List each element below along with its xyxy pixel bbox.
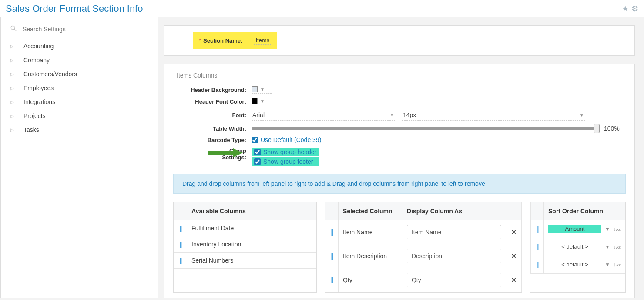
sort-direction-icon[interactable]: ↓AZ bbox=[614, 262, 621, 268]
table-width-value: 100% bbox=[604, 125, 626, 132]
slider-thumb[interactable] bbox=[594, 124, 600, 133]
search-icon bbox=[10, 25, 17, 33]
drag-handle-icon[interactable]: || bbox=[537, 226, 538, 233]
show-group-footer-checkbox[interactable] bbox=[254, 158, 261, 165]
font-family-value: Arial bbox=[252, 111, 265, 118]
sort-direction-icon[interactable]: ↓AZ bbox=[614, 226, 621, 232]
display-as-input[interactable] bbox=[407, 249, 501, 263]
sidebar-item-company[interactable]: ▷Company bbox=[9, 53, 150, 67]
available-column-name: Fulfillment Date bbox=[187, 220, 316, 236]
drag-handle-icon[interactable]: || bbox=[180, 257, 181, 264]
header-font-color-picker[interactable]: ▼ bbox=[252, 98, 272, 105]
chevron-right-icon: ▷ bbox=[10, 128, 15, 132]
header-bg-picker[interactable]: ▼ bbox=[252, 86, 272, 94]
selected-column-row: ||Item Description✕ bbox=[325, 244, 522, 268]
chevron-right-icon: ▷ bbox=[10, 114, 15, 118]
sidebar-item-integrations[interactable]: ▷Integrations bbox=[9, 95, 150, 109]
show-group-header-checkbox[interactable] bbox=[254, 149, 261, 155]
sort-column-select[interactable]: < default > bbox=[548, 260, 601, 269]
svg-rect-4 bbox=[208, 151, 234, 155]
display-column-header: Display Column As bbox=[402, 202, 506, 220]
chevron-right-icon: ▷ bbox=[10, 72, 15, 77]
section-name-panel: * Section Name: Items bbox=[164, 25, 635, 56]
selected-column-name: Item Name bbox=[339, 220, 402, 244]
sort-order-header: Sort Order Column bbox=[544, 202, 625, 220]
section-name-label: Section Name: bbox=[203, 37, 242, 44]
sidebar-item-employees[interactable]: ▷Employees bbox=[9, 81, 150, 95]
chevron-down-icon: ▼ bbox=[390, 113, 394, 118]
selected-column-row: ||Item Name✕ bbox=[325, 220, 522, 244]
font-label: Font: bbox=[173, 112, 252, 118]
font-family-select[interactable]: Arial ▼ bbox=[252, 110, 395, 121]
sidebar-item-label: Tasks bbox=[23, 126, 39, 133]
header-font-color-label: Header Font Color: bbox=[173, 98, 252, 105]
drag-handle-icon[interactable]: || bbox=[331, 276, 333, 283]
selected-column-name: Qty bbox=[339, 268, 402, 292]
chevron-down-icon[interactable]: ▼ bbox=[605, 262, 610, 268]
display-as-input[interactable] bbox=[407, 273, 501, 287]
chevron-right-icon: ▷ bbox=[10, 58, 15, 63]
star-icon[interactable]: ★ bbox=[622, 4, 629, 13]
sort-order-panel: Sort Order Column ||Amount▼↓AZ||< defaul… bbox=[530, 202, 626, 293]
available-columns-header: Available Columns bbox=[187, 202, 316, 220]
sidebar: ▷Accounting▷Company▷Customers/Vendors▷Em… bbox=[0, 17, 158, 298]
gear-icon[interactable]: ⚙ bbox=[631, 4, 638, 13]
svg-marker-3 bbox=[233, 148, 243, 157]
barcode-default-label: Use Default (Code 39) bbox=[261, 136, 321, 143]
chevron-down-icon[interactable]: ▼ bbox=[605, 244, 610, 250]
sidebar-item-customers-vendors[interactable]: ▷Customers/Vendors bbox=[9, 67, 150, 81]
sidebar-item-tasks[interactable]: ▷Tasks bbox=[9, 123, 150, 137]
sort-order-row: ||< default >▼↓AZ bbox=[531, 256, 625, 274]
remove-column-button[interactable]: ✕ bbox=[506, 244, 522, 268]
available-column-row[interactable]: ||Fulfillment Date bbox=[174, 220, 316, 236]
barcode-default-checkbox[interactable] bbox=[252, 137, 258, 143]
table-width-slider[interactable] bbox=[252, 127, 598, 130]
sort-order-row: ||Amount▼↓AZ bbox=[531, 220, 625, 238]
drag-drop-info: Drag and drop columns from left panel to… bbox=[173, 174, 626, 194]
sort-order-row: ||< default >▼↓AZ bbox=[531, 238, 625, 256]
drag-handle-icon[interactable]: || bbox=[537, 261, 538, 268]
selected-column-name: Item Description bbox=[339, 244, 402, 268]
remove-column-button[interactable]: ✕ bbox=[506, 268, 522, 292]
section-name-input[interactable]: Items bbox=[254, 36, 271, 45]
drag-handle-icon[interactable]: || bbox=[331, 229, 333, 236]
callout-arrow-icon bbox=[208, 148, 243, 158]
selected-column-row: ||Qty✕ bbox=[325, 268, 522, 292]
chevron-down-icon[interactable]: ▼ bbox=[605, 226, 610, 232]
sidebar-item-label: Employees bbox=[23, 84, 54, 91]
selected-columns-panel: Selected Column Display Column As ||Item… bbox=[325, 202, 522, 293]
sort-direction-icon[interactable]: ↓AZ bbox=[614, 244, 621, 250]
header-bg-swatch bbox=[252, 86, 258, 92]
drag-handle-icon[interactable]: || bbox=[180, 241, 181, 248]
header-bg-label: Header Background: bbox=[173, 87, 252, 93]
sidebar-item-label: Accounting bbox=[23, 43, 54, 50]
sidebar-item-label: Customers/Vendors bbox=[23, 71, 77, 78]
sidebar-item-accounting[interactable]: ▷Accounting bbox=[9, 39, 150, 53]
available-column-name: Inventory Location bbox=[187, 236, 316, 253]
available-column-row[interactable]: ||Inventory Location bbox=[174, 236, 316, 253]
font-size-select[interactable]: 14px ▼ bbox=[402, 110, 585, 121]
remove-column-button[interactable]: ✕ bbox=[506, 220, 522, 244]
barcode-type-label: Barcode Type: bbox=[173, 137, 252, 143]
available-column-row[interactable]: ||Serial Numbers bbox=[174, 253, 316, 269]
show-group-footer-label: Show group footer bbox=[263, 158, 313, 165]
chevron-right-icon: ▷ bbox=[10, 44, 15, 49]
drag-handle-icon[interactable]: || bbox=[331, 253, 333, 260]
page-header: Sales Order Format Section Info ★ ⚙ bbox=[0, 0, 644, 17]
sort-column-select[interactable]: Amount bbox=[548, 225, 601, 233]
available-column-name: Serial Numbers bbox=[187, 253, 316, 269]
display-as-input[interactable] bbox=[407, 225, 501, 239]
page-title: Sales Order Format Section Info bbox=[6, 3, 143, 14]
available-columns-panel: Available Columns ||Fulfillment Date||In… bbox=[173, 202, 317, 293]
sidebar-item-label: Company bbox=[23, 57, 50, 64]
chevron-down-icon: ▼ bbox=[260, 99, 265, 104]
chevron-right-icon: ▷ bbox=[10, 86, 15, 91]
table-width-label: Table Width: bbox=[173, 125, 252, 132]
sort-column-select[interactable]: < default > bbox=[548, 243, 601, 251]
drag-handle-icon[interactable]: || bbox=[180, 225, 181, 232]
sidebar-item-projects[interactable]: ▷Projects bbox=[9, 109, 150, 123]
sidebar-item-label: Projects bbox=[23, 112, 46, 119]
drag-handle-icon[interactable]: || bbox=[537, 243, 538, 250]
items-columns-fieldset: Header Background: ▼ Header Font Color: … bbox=[164, 74, 634, 298]
search-input[interactable] bbox=[23, 26, 148, 33]
